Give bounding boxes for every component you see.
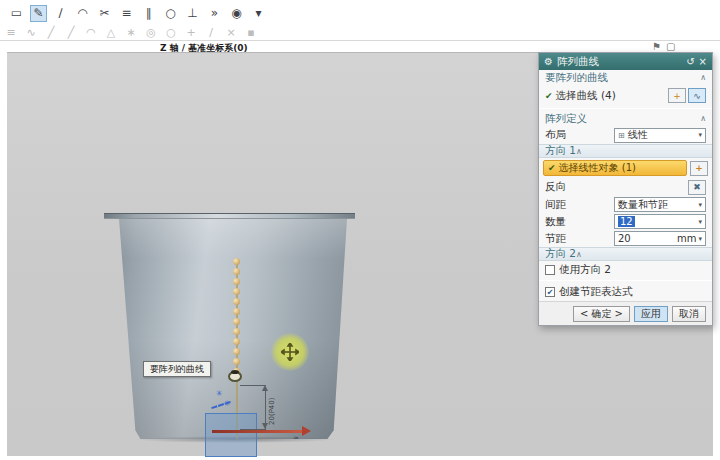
- polygon-sketch-icon: △: [104, 25, 118, 39]
- dialog-titlebar[interactable]: ⚙ 阵列曲线 ↺ ×: [539, 53, 712, 70]
- spline-sketch-icon: ∿: [24, 25, 38, 39]
- apply-button[interactable]: 应用: [634, 306, 668, 322]
- direction1-label: 方向 1: [545, 144, 576, 158]
- window-icon[interactable]: ▢: [666, 41, 675, 52]
- fill-sketch-icon: ▪: [244, 25, 258, 39]
- check-icon: ✔: [548, 163, 556, 173]
- check-icon: ✔: [545, 91, 553, 101]
- chevron-up-icon[interactable]: ∧: [576, 250, 582, 259]
- ok-button[interactable]: < 确定 >: [573, 306, 630, 322]
- more-tools-icon[interactable]: »: [206, 5, 223, 22]
- cancel-button[interactable]: 取消: [672, 306, 706, 322]
- select-curve-label[interactable]: 选择曲线 (4): [556, 89, 616, 103]
- move-cursor-icon: [271, 333, 309, 371]
- arc-sketch-icon: ◠: [84, 25, 98, 39]
- toolbar-divider: [0, 40, 720, 41]
- selected-sketch-curve[interactable]: [228, 371, 242, 382]
- layout-value: 线性: [628, 128, 648, 142]
- pitch-input[interactable]: 20 mm ▾: [614, 231, 706, 246]
- select-linear-object-row: ✔ 选择线性对象 (1) +: [539, 158, 712, 178]
- curves-to-pattern-section[interactable]: 要阵列的曲线 ∧: [539, 70, 712, 85]
- add-linear-object-button[interactable]: +: [690, 161, 708, 176]
- sketch-tool-icon[interactable]: ▭: [8, 5, 25, 22]
- ellipse-tool-icon[interactable]: ○: [162, 5, 179, 22]
- reverse-direction-row: 反向 ✖: [539, 178, 712, 196]
- count-input[interactable]: 12 ▾: [614, 214, 706, 229]
- pattern-definition-section[interactable]: 阵列定义 ∧: [539, 111, 712, 126]
- pattern-dot: [233, 318, 240, 325]
- chevron-up-icon[interactable]: ∧: [700, 114, 706, 123]
- pattern-dot: [233, 288, 240, 295]
- dimension-arrow-icon: [262, 385, 268, 391]
- pitch-label: 节距: [545, 232, 566, 246]
- sketch-constraint-mark: ✳: [216, 389, 223, 398]
- layout-dropdown[interactable]: ⊞ 线性 ▾: [614, 128, 706, 143]
- direction2-label: 方向 2: [545, 247, 576, 261]
- select-linear-label: 选择线性对象 (1): [559, 161, 636, 175]
- count-value: 12: [618, 216, 635, 227]
- inclined-line-icon: ╱: [64, 25, 78, 39]
- curves-group-label: 要阵列的曲线: [545, 71, 608, 85]
- circle2-sketch-icon: ◎: [144, 25, 158, 39]
- pattern-dot: [233, 268, 240, 275]
- chevron-up-icon[interactable]: ∧: [576, 147, 582, 156]
- direction1-group-bar[interactable]: 方向 1 ∧: [539, 144, 712, 158]
- add-curve-button[interactable]: +: [668, 88, 686, 103]
- sketch-toolbar-disabled: ≡∿╱╱◠△∗◎○+∕×▪: [4, 24, 258, 40]
- line-tool-icon[interactable]: ∕: [52, 5, 69, 22]
- trim-tool-icon[interactable]: ✂: [96, 5, 113, 22]
- line-sketch-icon: ╱: [44, 25, 58, 39]
- pattern-dot: [233, 258, 240, 265]
- reverse-direction-button[interactable]: ✖: [688, 180, 706, 195]
- toolbar-dropdown-icon[interactable]: ▾: [250, 5, 267, 22]
- datum-tool-icon[interactable]: ◉: [228, 5, 245, 22]
- create-pitch-expression-checkbox[interactable]: ✔: [545, 287, 555, 297]
- pitch-dimension-label: 20(P40): [268, 398, 276, 426]
- mirror-tool-icon[interactable]: ≡: [118, 5, 135, 22]
- pattern-dot: [233, 278, 240, 285]
- pitch-value: 20: [618, 233, 631, 244]
- direction2-group-bar[interactable]: 方向 2 ∧: [539, 247, 712, 261]
- chevron-down-icon: ▾: [698, 131, 702, 139]
- pattern-dot: [233, 338, 240, 345]
- spacing-row: 间距 数量和节距 ▾: [539, 196, 712, 213]
- create-pitch-expression-row: ✔ 创建节距表达式: [539, 283, 712, 301]
- main-toolbar: ▭✎∕◠✂≡∥○⊥»◉▾: [8, 3, 267, 23]
- pattern-dot: [233, 358, 240, 365]
- close-icon[interactable]: ×: [699, 56, 707, 67]
- arc-tool-icon[interactable]: ◠: [74, 5, 91, 22]
- pattern-def-label: 阵列定义: [545, 112, 587, 126]
- section-divider: [539, 280, 712, 281]
- select-curve-row: ✔ 选择曲线 (4) + ∿: [539, 85, 712, 106]
- profile-sketch-icon: ≡: [4, 25, 18, 39]
- flag-icon[interactable]: ⚑: [652, 41, 661, 52]
- pattern-curve-tool-icon[interactable]: ✎: [30, 5, 47, 22]
- pitch-unit[interactable]: mm: [677, 233, 696, 244]
- constraint-tool-icon[interactable]: ⊥: [184, 5, 201, 22]
- spacing-value: 数量和节距: [618, 198, 668, 212]
- axis-annotation-mark: ≈: [293, 434, 299, 442]
- gear-icon[interactable]: ⚙: [544, 56, 553, 67]
- spacing-dropdown[interactable]: 数量和节距 ▾: [614, 197, 706, 212]
- select-linear-object-highlight[interactable]: ✔ 选择线性对象 (1): [543, 160, 687, 176]
- use-direction2-label: 使用方向 2: [559, 263, 611, 277]
- chevron-down-icon: ▾: [698, 201, 702, 209]
- curve-select-button[interactable]: ∿: [688, 88, 706, 103]
- view-option-icons: ⚑ ▢: [652, 41, 675, 52]
- x-axis-arrow-icon: [302, 426, 311, 436]
- reset-icon[interactable]: ↺: [686, 56, 694, 67]
- x-axis-line: [212, 430, 302, 433]
- pattern-dot: [233, 328, 240, 335]
- chevron-up-icon[interactable]: ∧: [700, 73, 706, 82]
- chevron-down-icon[interactable]: ▾: [698, 235, 702, 243]
- pitch-row: 节距 20 mm ▾: [539, 230, 712, 247]
- datum-plane[interactable]: [205, 413, 257, 457]
- use-direction2-row: 使用方向 2: [539, 261, 712, 278]
- pattern-curve-dialog: ⚙ 阵列曲线 ↺ × 要阵列的曲线 ∧ ✔ 选择曲线 (4) + ∿ 阵列定义 …: [538, 52, 713, 326]
- chevron-down-icon[interactable]: ▾: [698, 218, 702, 226]
- use-direction2-checkbox[interactable]: [545, 265, 555, 275]
- slant-sketch-icon: ∕: [204, 25, 218, 39]
- offset-tool-icon[interactable]: ∥: [140, 5, 157, 22]
- count-row: 数量 12 ▾: [539, 213, 712, 230]
- pattern-dot: [233, 308, 240, 315]
